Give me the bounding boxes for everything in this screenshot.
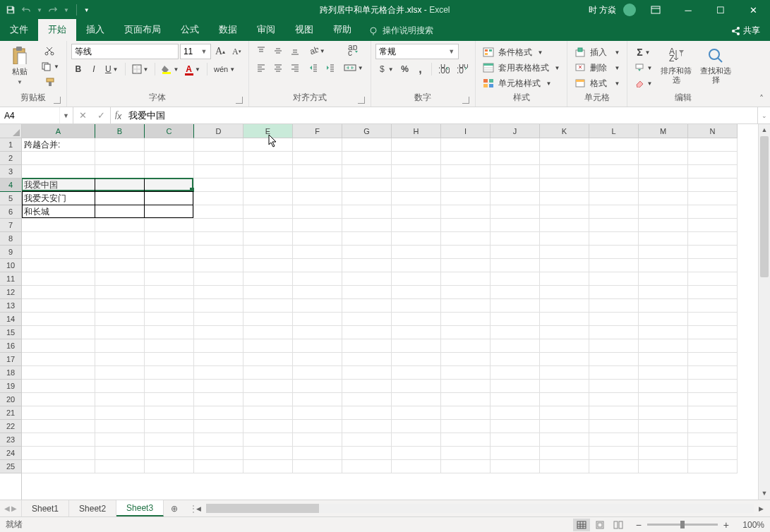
cell-J13[interactable] (491, 299, 540, 313)
cell-J15[interactable] (491, 326, 540, 339)
cell-B15[interactable] (95, 326, 145, 339)
cell-F10[interactable] (293, 259, 342, 272)
cell-M20[interactable] (639, 393, 688, 406)
fill-color-button[interactable]: ▼ (159, 62, 181, 76)
cell-B11[interactable] (95, 272, 145, 286)
cell-H10[interactable] (392, 259, 441, 272)
cell-H25[interactable] (392, 460, 441, 473)
dialog-launcher-icon[interactable] (462, 97, 469, 104)
cell-F9[interactable] (293, 246, 342, 259)
cell-G7[interactable] (342, 219, 392, 232)
cell-N25[interactable] (688, 460, 738, 473)
cell-F13[interactable] (293, 299, 342, 313)
cell-F8[interactable] (293, 232, 342, 246)
row-header-4[interactable]: 4 (0, 179, 21, 192)
cell-N10[interactable] (688, 259, 738, 272)
cancel-formula-icon[interactable]: ✕ (73, 110, 92, 121)
cell-K4[interactable] (540, 179, 589, 192)
merge-center-button[interactable]: ▼ (341, 61, 366, 75)
cell-J8[interactable] (491, 232, 540, 246)
cell-M6[interactable] (639, 205, 688, 219)
cell-B23[interactable] (95, 433, 145, 447)
cell-J9[interactable] (491, 246, 540, 259)
cell-F23[interactable] (293, 433, 342, 447)
cell-J18[interactable] (491, 366, 540, 380)
zoom-in-button[interactable]: + (721, 519, 732, 531)
decrease-indent-button[interactable] (306, 61, 321, 75)
cell-I17[interactable] (441, 353, 491, 366)
cell-J14[interactable] (491, 313, 540, 326)
scroll-left-icon[interactable]: ◀ (193, 505, 205, 512)
minimize-button[interactable]: ─ (675, 0, 701, 20)
cell-E13[interactable] (243, 299, 293, 313)
cell-C4[interactable] (145, 179, 194, 192)
cell-I5[interactable] (441, 192, 491, 205)
cell-K7[interactable] (540, 219, 589, 232)
cell-E9[interactable] (243, 246, 293, 259)
cell-M23[interactable] (639, 433, 688, 447)
cell-A20[interactable] (22, 393, 95, 406)
save-icon[interactable] (6, 5, 16, 15)
align-left-button[interactable] (253, 61, 269, 75)
row-header-14[interactable]: 14 (0, 313, 21, 326)
cell-A9[interactable] (22, 246, 95, 259)
conditional-format-button[interactable]: 条件格式▼ (480, 45, 563, 59)
normal-view-button[interactable] (573, 519, 590, 531)
cell-B5[interactable] (95, 192, 145, 205)
cell-A21[interactable] (22, 406, 95, 420)
cell-L12[interactable] (589, 286, 639, 299)
increase-decimal-button[interactable]: .0.00 (435, 62, 452, 76)
cell-L5[interactable] (589, 192, 639, 205)
cell-J6[interactable] (491, 205, 540, 219)
row-header-6[interactable]: 6 (0, 205, 21, 219)
cell-M18[interactable] (639, 366, 688, 380)
cell-D4[interactable] (194, 179, 243, 192)
cell-F11[interactable] (293, 272, 342, 286)
tab-页面布局[interactable]: 页面布局 (114, 19, 171, 41)
cell-H5[interactable] (392, 192, 441, 205)
cell-L4[interactable] (589, 179, 639, 192)
cell-K13[interactable] (540, 299, 589, 313)
sheet-tab-Sheet2[interactable]: Sheet2 (69, 500, 116, 516)
cell-B19[interactable] (95, 380, 145, 393)
col-header-M[interactable]: M (639, 124, 688, 138)
cell-D25[interactable] (194, 460, 243, 473)
cell-K9[interactable] (540, 246, 589, 259)
cell-N5[interactable] (688, 192, 738, 205)
tell-me-search[interactable]: 操作说明搜索 (361, 20, 440, 41)
cell-I11[interactable] (441, 272, 491, 286)
cell-C1[interactable] (145, 138, 194, 152)
cell-B14[interactable] (95, 313, 145, 326)
cell-C5[interactable] (145, 192, 194, 205)
cell-G3[interactable] (342, 165, 392, 179)
format-as-table-button[interactable]: 套用表格格式▼ (480, 61, 563, 75)
cell-I10[interactable] (441, 259, 491, 272)
cell-K8[interactable] (540, 232, 589, 246)
share-button[interactable]: 共享 (721, 20, 770, 41)
cell-H24[interactable] (392, 447, 441, 460)
cell-M12[interactable] (639, 286, 688, 299)
cell-N22[interactable] (688, 420, 738, 433)
cell-L20[interactable] (589, 393, 639, 406)
cell-F1[interactable] (293, 138, 342, 152)
cell-J5[interactable] (491, 192, 540, 205)
collapse-ribbon-icon[interactable]: ˄ (756, 93, 767, 104)
cell-K15[interactable] (540, 326, 589, 339)
col-header-E[interactable]: E (243, 124, 293, 138)
worksheet-grid[interactable]: 1234567891011121314151617181920212223242… (0, 124, 770, 500)
cell-D23[interactable] (194, 433, 243, 447)
cell-K16[interactable] (540, 339, 589, 353)
cell-E2[interactable] (243, 152, 293, 165)
cell-F25[interactable] (293, 460, 342, 473)
cell-N12[interactable] (688, 286, 738, 299)
percent-button[interactable]: % (398, 62, 412, 76)
cell-N24[interactable] (688, 447, 738, 460)
cell-F19[interactable] (293, 380, 342, 393)
row-header-23[interactable]: 23 (0, 433, 21, 447)
paste-button[interactable]: 粘贴 ▼ (4, 44, 35, 87)
cell-M5[interactable] (639, 192, 688, 205)
cell-M16[interactable] (639, 339, 688, 353)
row-header-13[interactable]: 13 (0, 299, 21, 313)
col-header-L[interactable]: L (589, 124, 639, 138)
cell-G9[interactable] (342, 246, 392, 259)
